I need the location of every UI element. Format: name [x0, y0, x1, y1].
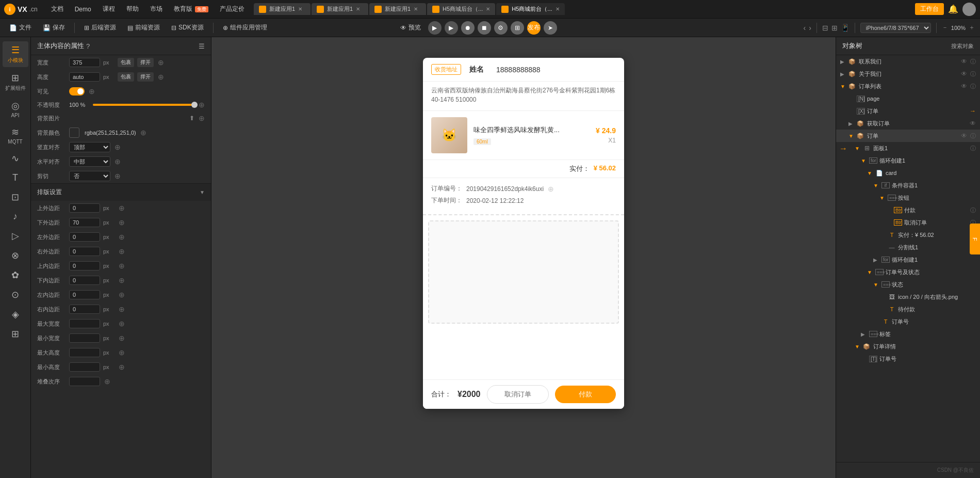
contact-arrow[interactable]: ▶ — [840, 59, 846, 65]
zoom-out-icon[interactable]: － — [942, 23, 948, 32]
prop-copy8-icon[interactable]: ⊕ — [115, 157, 121, 166]
tree-item-order-no-t[interactable]: ▶ T 订单号 — [836, 315, 980, 328]
left-item-5[interactable]: ∿ — [3, 150, 28, 167]
prop-pb-input[interactable] — [69, 276, 100, 285]
order-x-arrow-right[interactable]: → — [970, 107, 976, 115]
tree-nav-arrow-icon[interactable]: → — [839, 144, 847, 153]
props-menu-icon[interactable]: ☰ — [199, 42, 205, 50]
layout-section-header[interactable]: 排版设置 ▼ — [31, 183, 211, 201]
logo-area[interactable]: i VX .cn — [4, 4, 38, 15]
columns-icon[interactable]: ⊞ — [831, 24, 838, 32]
prop-pl-input[interactable] — [69, 290, 100, 299]
pay-btn-info[interactable]: ⓘ — [970, 206, 976, 214]
publish-button[interactable]: 发布 — [527, 21, 541, 35]
menu-item-market[interactable]: 市场 — [145, 3, 168, 15]
prop-pt-input[interactable] — [69, 261, 100, 270]
tree-item-pending-pay[interactable]: ▶ T 待付款 — [836, 303, 980, 315]
left-item-mqtt[interactable]: ≋ MQTT — [3, 123, 28, 148]
visible-toggle[interactable] — [69, 87, 85, 95]
get-order-arrow[interactable]: ▶ — [848, 121, 855, 126]
prop-minw-copy[interactable]: ⊕ — [119, 334, 125, 342]
prop-mt-input[interactable] — [69, 203, 100, 213]
device-icon[interactable]: 📱 — [841, 24, 850, 32]
notification-icon[interactable]: 🔔 — [948, 4, 958, 14]
send-button[interactable]: ➤ — [544, 21, 557, 35]
order-status-arrow[interactable]: ▼ — [867, 269, 873, 275]
tab-1[interactable]: 新建应用1 ✕ — [254, 3, 311, 15]
prop-maxw-copy[interactable]: ⊕ — [119, 320, 125, 328]
opacity-slider-thumb[interactable] — [191, 102, 198, 108]
prop-mr-input[interactable] — [69, 247, 100, 256]
get-order-eye-icon[interactable]: 👁 — [970, 120, 976, 127]
left-item-api[interactable]: ◎ API — [3, 97, 28, 121]
menu-item-pricing[interactable]: 产品定价 — [215, 3, 250, 15]
tags-arrow[interactable]: ▶ — [861, 331, 867, 337]
prop-minw-input[interactable] — [69, 333, 100, 343]
toolbar-sdk[interactable]: ⊟ SDK资源 — [167, 22, 208, 34]
menu-item-help[interactable]: 帮助 — [121, 3, 144, 15]
search-object-button[interactable]: 搜索对象 — [951, 42, 974, 50]
prop-pr-input[interactable] — [69, 305, 100, 314]
tree-item-panel1[interactable]: ▼ ⊞ 面板1 ⓘ — [836, 142, 980, 154]
tab-4[interactable]: H5商城后台（... ✕ — [427, 3, 495, 15]
prop-copy7-icon[interactable]: ⊕ — [115, 143, 121, 151]
tree-item-contact[interactable]: ▶ 📦 联系我们 👁 ⓘ — [836, 55, 980, 68]
left-item-9[interactable]: ▷ — [3, 227, 28, 245]
tree-item-order-x[interactable]: ▶ [X] 订单 → — [836, 105, 980, 117]
toolbar-save[interactable]: 💾 保存 — [39, 22, 69, 34]
copy-order-no-icon[interactable]: ⊕ — [548, 185, 554, 193]
left-item-extend[interactable]: ⊞ 扩展组件 — [3, 69, 28, 95]
toolbar-file[interactable]: 📄 文件 — [5, 22, 36, 34]
panel1-info[interactable]: ⓘ — [970, 145, 976, 152]
prop-expand-btn[interactable]: 撑开 — [137, 58, 154, 67]
tab-2[interactable]: 新建应用1 ✕ — [312, 3, 368, 15]
prop-mr-copy[interactable]: ⊕ — [119, 247, 125, 256]
contact-info-icon[interactable]: ⓘ — [970, 58, 976, 66]
about-info-icon[interactable]: ⓘ — [970, 70, 976, 78]
left-item-11[interactable]: ✿ — [3, 266, 28, 284]
prop-pr-copy[interactable]: ⊕ — [119, 305, 125, 313]
about-eye-icon[interactable]: 👁 — [961, 70, 967, 77]
tree-item-order-selected[interactable]: ▼ 📦 订单 👁 ⓘ — [836, 130, 980, 142]
toolbar-frontend[interactable]: ▤ 前端资源 — [123, 22, 164, 34]
tab-5-active[interactable]: H5商城前台（... ✕ — [496, 3, 564, 15]
contact-eye-icon[interactable]: 👁 — [961, 58, 967, 65]
bg-image-upload-icon[interactable]: ⬆ — [189, 115, 194, 122]
prop-copy4-icon[interactable]: ⊕ — [199, 101, 205, 109]
prop-zindex-copy[interactable]: ⊕ — [104, 377, 110, 386]
prop-mb-copy[interactable]: ⊕ — [119, 218, 125, 227]
props-help-icon[interactable]: ? — [86, 42, 90, 50]
menu-item-doc[interactable]: 文档 — [46, 3, 69, 15]
record-button[interactable]: ⏺ — [461, 21, 475, 35]
left-item-7[interactable]: ⊡ — [3, 188, 28, 206]
nav-prev-icon[interactable]: ‹ — [804, 24, 806, 32]
tree-item-loop1[interactable]: ▼ for 循环创建1 — [836, 154, 980, 167]
prop-halign-select[interactable]: 中部 — [69, 156, 110, 167]
tree-item-buttons[interactable]: ▼ === 按钮 — [836, 192, 980, 204]
prop-copy2-icon[interactable]: ⊕ — [158, 73, 164, 81]
tree-item-condition1[interactable]: ▼ if 条件容器1 — [836, 179, 980, 192]
pay-button[interactable]: 付款 — [555, 386, 616, 403]
tree-item-pay-btn[interactable]: ▶ Btn 付款 ⓘ — [836, 204, 980, 216]
play-button[interactable]: ▶ — [428, 21, 442, 35]
tree-item-card[interactable]: ▼ 📄 card — [836, 167, 980, 179]
tab-close-3[interactable]: ✕ — [414, 6, 418, 12]
order-sel-arrow[interactable]: ▼ — [848, 133, 855, 139]
order-detail-arrow[interactable]: ▼ — [855, 344, 861, 349]
buttons-arrow[interactable]: ▼ — [879, 195, 886, 201]
loop1-arrow[interactable]: ▼ — [861, 158, 867, 164]
tab-close-4[interactable]: ✕ — [486, 6, 490, 12]
left-item-10[interactable]: ⊗ — [3, 247, 28, 264]
prop-wrap-btn[interactable]: 包裹 — [118, 58, 134, 67]
tree-item-status-container[interactable]: ▼ === 状态 — [836, 278, 980, 291]
prop-zindex-input[interactable] — [69, 377, 100, 386]
tree-item-order-no-final[interactable]: ▶ [T] 订单号 — [836, 353, 980, 365]
tree-item-about[interactable]: ▶ 📦 关于我们 👁 ⓘ — [836, 68, 980, 80]
left-item-6[interactable]: T — [3, 169, 28, 186]
menu-item-demo[interactable]: Demo — [70, 4, 96, 15]
cancel-order-button[interactable]: 取消订单 — [487, 385, 549, 404]
layout-icon[interactable]: ⊟ — [822, 24, 828, 32]
left-item-module[interactable]: ☰ 小模块 — [3, 41, 28, 67]
order-sel-eye-icon[interactable]: 👁 — [961, 132, 967, 139]
menu-item-edu[interactable]: 教育版 免费 — [169, 3, 214, 15]
